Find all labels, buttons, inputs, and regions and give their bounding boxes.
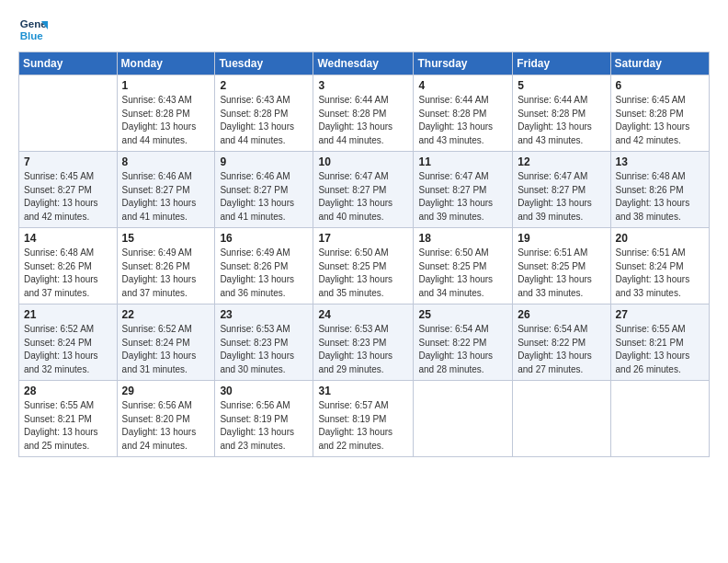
cell-info: Sunrise: 6:54 AMSunset: 8:22 PMDaylight:… <box>418 323 507 376</box>
calendar-cell <box>19 75 118 152</box>
calendar-cell: 26Sunrise: 6:54 AMSunset: 8:22 PMDayligh… <box>513 304 610 381</box>
calendar-cell: 14Sunrise: 6:48 AMSunset: 8:26 PMDayligh… <box>19 228 118 304</box>
cell-info: Sunrise: 6:51 AMSunset: 8:25 PMDaylight:… <box>518 247 605 300</box>
day-number: 2 <box>220 79 308 92</box>
cell-info: Sunrise: 6:55 AMSunset: 8:21 PMDaylight:… <box>616 323 704 376</box>
day-number: 1 <box>122 79 210 92</box>
cell-info: Sunrise: 6:47 AMSunset: 8:27 PMDaylight:… <box>318 170 408 224</box>
day-number: 11 <box>418 155 507 168</box>
day-number: 6 <box>616 79 704 92</box>
cell-info: Sunrise: 6:55 AMSunset: 8:21 PMDaylight:… <box>24 399 112 453</box>
day-number: 4 <box>418 79 507 92</box>
col-header-monday: Monday <box>117 52 215 75</box>
week-row-2: 7Sunrise: 6:45 AMSunset: 8:27 PMDaylight… <box>19 152 710 228</box>
cell-info: Sunrise: 6:56 AMSunset: 8:19 PMDaylight:… <box>220 399 308 453</box>
day-number: 15 <box>122 232 210 245</box>
calendar-cell: 28Sunrise: 6:55 AMSunset: 8:21 PMDayligh… <box>19 381 118 457</box>
cell-info: Sunrise: 6:49 AMSunset: 8:26 PMDaylight:… <box>122 247 210 300</box>
calendar-cell <box>610 381 709 457</box>
calendar-cell: 23Sunrise: 6:53 AMSunset: 8:23 PMDayligh… <box>215 304 313 381</box>
day-number: 31 <box>318 385 408 397</box>
calendar-cell: 3Sunrise: 6:44 AMSunset: 8:28 PMDaylight… <box>313 75 414 152</box>
cell-info: Sunrise: 6:53 AMSunset: 8:23 PMDaylight:… <box>318 323 408 376</box>
day-number: 28 <box>24 385 112 397</box>
calendar-cell: 27Sunrise: 6:55 AMSunset: 8:21 PMDayligh… <box>610 304 709 381</box>
day-number: 13 <box>616 155 704 168</box>
header-row: SundayMondayTuesdayWednesdayThursdayFrid… <box>19 52 710 75</box>
cell-info: Sunrise: 6:51 AMSunset: 8:24 PMDaylight:… <box>616 247 704 300</box>
cell-info: Sunrise: 6:53 AMSunset: 8:23 PMDaylight:… <box>220 323 308 376</box>
svg-text:Blue: Blue <box>20 30 44 41</box>
cell-info: Sunrise: 6:44 AMSunset: 8:28 PMDaylight:… <box>518 94 605 147</box>
day-number: 3 <box>318 79 408 92</box>
day-number: 14 <box>24 232 112 245</box>
calendar-cell: 15Sunrise: 6:49 AMSunset: 8:26 PMDayligh… <box>117 228 215 304</box>
cell-info: Sunrise: 6:48 AMSunset: 8:26 PMDaylight:… <box>616 170 704 224</box>
calendar-cell: 4Sunrise: 6:44 AMSunset: 8:28 PMDaylight… <box>414 75 513 152</box>
day-number: 30 <box>220 385 308 397</box>
cell-info: Sunrise: 6:49 AMSunset: 8:26 PMDaylight:… <box>220 247 308 300</box>
page: General Blue SundayMondayTuesdayWednesda… <box>0 0 728 563</box>
calendar-cell: 20Sunrise: 6:51 AMSunset: 8:24 PMDayligh… <box>610 228 709 304</box>
week-row-4: 21Sunrise: 6:52 AMSunset: 8:24 PMDayligh… <box>19 304 710 381</box>
day-number: 26 <box>518 308 605 321</box>
calendar-cell: 17Sunrise: 6:50 AMSunset: 8:25 PMDayligh… <box>313 228 414 304</box>
week-row-3: 14Sunrise: 6:48 AMSunset: 8:26 PMDayligh… <box>19 228 710 304</box>
day-number: 10 <box>318 155 408 168</box>
calendar-cell: 25Sunrise: 6:54 AMSunset: 8:22 PMDayligh… <box>414 304 513 381</box>
calendar-cell: 18Sunrise: 6:50 AMSunset: 8:25 PMDayligh… <box>414 228 513 304</box>
cell-info: Sunrise: 6:44 AMSunset: 8:28 PMDaylight:… <box>418 94 507 147</box>
cell-info: Sunrise: 6:48 AMSunset: 8:26 PMDaylight:… <box>24 247 112 300</box>
day-number: 18 <box>418 232 507 245</box>
day-number: 16 <box>220 232 308 245</box>
cell-info: Sunrise: 6:50 AMSunset: 8:25 PMDaylight:… <box>318 247 408 300</box>
cell-info: Sunrise: 6:43 AMSunset: 8:28 PMDaylight:… <box>122 94 210 147</box>
calendar-cell: 24Sunrise: 6:53 AMSunset: 8:23 PMDayligh… <box>313 304 414 381</box>
calendar-cell: 30Sunrise: 6:56 AMSunset: 8:19 PMDayligh… <box>215 381 313 457</box>
day-number: 29 <box>122 385 210 397</box>
col-header-saturday: Saturday <box>610 52 709 75</box>
calendar-cell <box>414 381 513 457</box>
cell-info: Sunrise: 6:54 AMSunset: 8:22 PMDaylight:… <box>518 323 605 376</box>
calendar-cell: 19Sunrise: 6:51 AMSunset: 8:25 PMDayligh… <box>513 228 610 304</box>
day-number: 21 <box>24 308 112 321</box>
calendar-cell: 8Sunrise: 6:46 AMSunset: 8:27 PMDaylight… <box>117 152 215 228</box>
col-header-wednesday: Wednesday <box>313 52 414 75</box>
calendar-cell: 6Sunrise: 6:45 AMSunset: 8:28 PMDaylight… <box>610 75 709 152</box>
calendar-cell: 29Sunrise: 6:56 AMSunset: 8:20 PMDayligh… <box>117 381 215 457</box>
calendar-cell: 1Sunrise: 6:43 AMSunset: 8:28 PMDaylight… <box>117 75 215 152</box>
cell-info: Sunrise: 6:46 AMSunset: 8:27 PMDaylight:… <box>122 170 210 224</box>
day-number: 20 <box>616 232 704 245</box>
calendar-cell: 13Sunrise: 6:48 AMSunset: 8:26 PMDayligh… <box>610 152 709 228</box>
day-number: 27 <box>616 308 704 321</box>
week-row-5: 28Sunrise: 6:55 AMSunset: 8:21 PMDayligh… <box>19 381 710 457</box>
cell-info: Sunrise: 6:57 AMSunset: 8:19 PMDaylight:… <box>318 399 408 453</box>
calendar-table: SundayMondayTuesdayWednesdayThursdayFrid… <box>18 52 710 457</box>
day-number: 9 <box>220 155 308 168</box>
calendar-cell: 12Sunrise: 6:47 AMSunset: 8:27 PMDayligh… <box>513 152 610 228</box>
cell-info: Sunrise: 6:46 AMSunset: 8:27 PMDaylight:… <box>220 170 308 224</box>
calendar-cell: 2Sunrise: 6:43 AMSunset: 8:28 PMDaylight… <box>215 75 313 152</box>
cell-info: Sunrise: 6:45 AMSunset: 8:27 PMDaylight:… <box>24 170 112 224</box>
calendar-cell: 16Sunrise: 6:49 AMSunset: 8:26 PMDayligh… <box>215 228 313 304</box>
day-number: 7 <box>24 155 112 168</box>
logo-icon: General Blue <box>18 15 48 44</box>
day-number: 25 <box>418 308 507 321</box>
col-header-thursday: Thursday <box>414 52 513 75</box>
col-header-tuesday: Tuesday <box>215 52 313 75</box>
calendar-cell: 7Sunrise: 6:45 AMSunset: 8:27 PMDaylight… <box>19 152 118 228</box>
cell-info: Sunrise: 6:47 AMSunset: 8:27 PMDaylight:… <box>518 170 605 224</box>
calendar-cell: 11Sunrise: 6:47 AMSunset: 8:27 PMDayligh… <box>414 152 513 228</box>
header: General Blue <box>18 15 710 44</box>
week-row-1: 1Sunrise: 6:43 AMSunset: 8:28 PMDaylight… <box>19 75 710 152</box>
logo: General Blue <box>18 15 51 44</box>
day-number: 23 <box>220 308 308 321</box>
cell-info: Sunrise: 6:52 AMSunset: 8:24 PMDaylight:… <box>24 323 112 376</box>
day-number: 19 <box>518 232 605 245</box>
calendar-cell: 10Sunrise: 6:47 AMSunset: 8:27 PMDayligh… <box>313 152 414 228</box>
day-number: 24 <box>318 308 408 321</box>
day-number: 8 <box>122 155 210 168</box>
col-header-sunday: Sunday <box>19 52 118 75</box>
cell-info: Sunrise: 6:43 AMSunset: 8:28 PMDaylight:… <box>220 94 308 147</box>
calendar-cell <box>513 381 610 457</box>
